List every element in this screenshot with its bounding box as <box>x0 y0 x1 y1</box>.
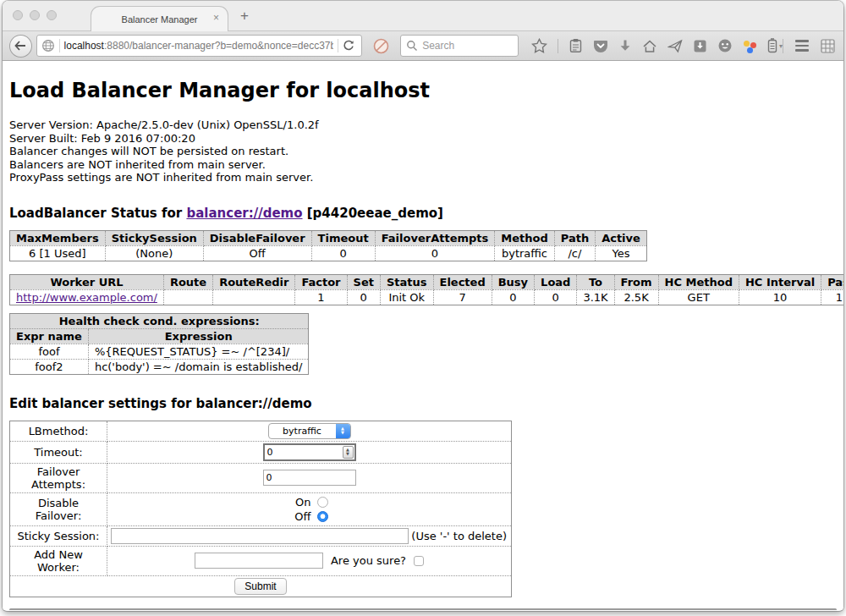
hc-row-foof: foof %{REQUEST_STATUS} =~ /^[234]/ <box>10 344 309 359</box>
close-tab-icon[interactable]: × <box>213 13 219 23</box>
col-worker-url: Worker URL <box>10 274 164 289</box>
cell-worker-url: http://www.example.com/ <box>10 289 164 305</box>
col-from: From <box>614 274 658 289</box>
add-worker-row: Add New Worker: Are you sure? <box>10 546 512 575</box>
number-stepper-icon[interactable]: ▲▼ <box>343 446 354 459</box>
balancer-demo-link[interactable]: balancer://demo <box>186 206 302 221</box>
feedback-smiley-button[interactable] <box>717 38 733 53</box>
cell-factor: 1 <box>295 289 347 305</box>
failover-attempts-input[interactable] <box>263 470 356 486</box>
color-dots-icon <box>743 39 757 53</box>
col-failoverattempts: FailoverAttempts <box>375 230 495 245</box>
are-you-sure-label: Are you sure? <box>331 554 406 567</box>
menu-button[interactable] <box>795 40 809 51</box>
url-path: :8880/balancer-manager?b=demo&nonce=decc… <box>104 40 333 52</box>
tab-balancer-manager[interactable]: Balancer Manager × <box>91 6 228 31</box>
col-timeout: Timeout <box>311 230 375 245</box>
worker-data-row: http://www.example.com/ 1 0 Init Ok 7 0 … <box>10 289 844 305</box>
sticky-session-input[interactable] <box>111 528 409 544</box>
lbmethod-label: LBmethod: <box>10 421 107 441</box>
smiley-icon <box>717 38 733 53</box>
lbmethod-select[interactable]: bytraffic ▲▼ <box>268 423 351 439</box>
col-passes: Passes <box>821 274 843 289</box>
edit-balancer-form: LBmethod: bytraffic ▲▼ Timeout: ▲▼ <box>9 421 512 597</box>
add-worker-input[interactable] <box>195 553 323 569</box>
new-tab-button[interactable]: + <box>240 8 249 25</box>
identity-separator <box>59 39 60 52</box>
cell-timeout: 0 <box>311 245 375 261</box>
cell-route <box>163 289 212 305</box>
search-icon <box>406 40 418 52</box>
downloads-button[interactable] <box>618 39 632 53</box>
hamburger-icon <box>795 40 809 51</box>
pocket-icon <box>593 39 608 53</box>
cell-passes: 1 (0) <box>821 289 843 305</box>
edit-settings-heading: Edit balancer settings for balancer://de… <box>9 396 837 411</box>
back-arrow-icon <box>14 41 26 51</box>
failover-attempts-cell <box>107 463 512 492</box>
bookmarks-menu-button[interactable] <box>569 38 583 53</box>
sticky-session-hint: (Use '-' to delete) <box>411 530 508 542</box>
save-page-button[interactable] <box>693 39 707 53</box>
status-heading-suffix: [p4420eeae_demo] <box>303 206 443 221</box>
failover-off-radio[interactable] <box>317 511 328 522</box>
battery-extension-button[interactable]: ▾ <box>767 38 783 53</box>
disable-failover-cell: On Off <box>107 492 512 525</box>
bookmark-star-button[interactable] <box>531 38 547 53</box>
status-heading: LoadBalancer Status for balancer://demo … <box>9 206 837 221</box>
search-bar[interactable]: Search <box>400 35 519 57</box>
worker-table: Worker URL Route RouteRedir Factor Set S… <box>9 274 843 305</box>
col-set: Set <box>347 274 380 289</box>
back-button[interactable] <box>9 35 32 58</box>
home-button[interactable] <box>642 39 657 53</box>
submit-button[interactable]: Submit <box>234 578 286 595</box>
toolbar-separator <box>558 39 558 53</box>
page-title: Load Balancer Manager for localhost <box>9 79 837 102</box>
pocket-button[interactable] <box>593 39 608 53</box>
cell-busy: 0 <box>492 289 534 305</box>
col-expr-name: Expr name <box>10 328 89 344</box>
home-icon <box>642 39 657 53</box>
server-version-line: Server Version: Apache/2.5.0-dev (Unix) … <box>9 118 837 132</box>
disable-failover-row: Disable Failover: On Off <box>10 492 512 525</box>
worker-header-row: Worker URL Route RouteRedir Factor Set S… <box>10 274 844 289</box>
lbmethod-row: LBmethod: bytraffic ▲▼ <box>10 421 512 441</box>
tab-title: Balancer Manager <box>122 14 198 25</box>
reload-separator <box>338 39 338 52</box>
hc-row-foof2: foof2 hc('body') =~ /domain is establish… <box>10 359 309 374</box>
timeout-cell: ▲▼ <box>107 441 512 463</box>
balancer-header-row: MaxMembers StickySession DisableFailover… <box>10 230 647 245</box>
cell-routeredir <box>213 289 295 305</box>
timeout-input[interactable] <box>265 447 343 458</box>
sticky-session-label: Sticky Session: <box>10 525 107 546</box>
grid-extension-button[interactable] <box>821 39 835 53</box>
balancer-status-table: MaxMembers StickySession DisableFailover… <box>9 230 647 261</box>
timeout-field[interactable]: ▲▼ <box>263 443 356 461</box>
zoom-window-button[interactable] <box>47 10 57 20</box>
disable-failover-label: Disable Failover: <box>10 492 107 525</box>
sticky-session-row: Sticky Session: (Use '-' to delete) <box>10 525 512 546</box>
col-hc-method: HC Method <box>658 274 739 289</box>
col-stickysession: StickySession <box>105 230 203 245</box>
col-disablefailover: DisableFailover <box>203 230 311 245</box>
col-maxmembers: MaxMembers <box>10 230 106 245</box>
content-block-button[interactable] <box>373 38 389 54</box>
url-domain: localhost <box>64 40 104 52</box>
share-button[interactable] <box>667 39 683 53</box>
worker-url-link[interactable]: http://www.example.com/ <box>16 291 157 304</box>
failover-attempts-label: Failover Attempts: <box>10 463 107 492</box>
reload-button[interactable] <box>343 40 354 52</box>
lbmethod-cell: bytraffic ▲▼ <box>107 421 512 441</box>
colorful-dots-extension-button[interactable] <box>743 39 757 53</box>
are-you-sure-checkbox[interactable] <box>414 556 424 566</box>
persist-note-line: Balancer changes will NOT be persisted o… <box>9 145 837 158</box>
proxypass-note-line: ProxyPass settings are NOT inherited fro… <box>9 171 837 184</box>
minimize-window-button[interactable] <box>30 10 40 20</box>
url-bar[interactable]: localhost:8880/balancer-manager?b=demo&n… <box>36 35 363 57</box>
failover-on-radio[interactable] <box>317 497 328 508</box>
add-worker-cell: Are you sure? <box>107 546 512 575</box>
save-box-icon <box>693 39 707 53</box>
submit-cell: Submit <box>10 575 512 597</box>
close-window-button[interactable] <box>13 10 23 20</box>
url-text[interactable]: localhost:8880/balancer-manager?b=demo&n… <box>64 40 333 52</box>
